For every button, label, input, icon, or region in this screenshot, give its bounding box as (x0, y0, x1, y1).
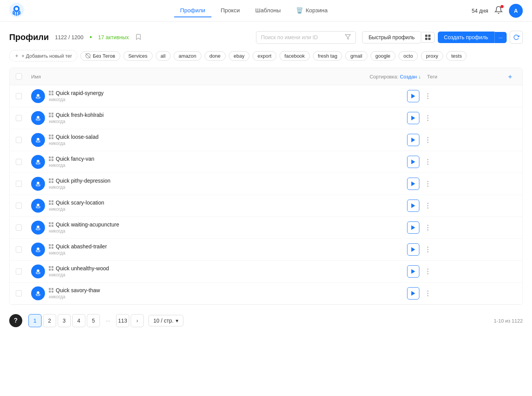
page-next-button[interactable]: › (131, 314, 144, 327)
row-actions-7 (407, 243, 433, 256)
row-checkbox-8[interactable] (16, 268, 31, 275)
svg-point-46 (427, 227, 429, 228)
tag-gmail[interactable]: gmail (345, 51, 367, 61)
row-checkbox-4[interactable] (16, 181, 31, 187)
row-name-3: Quick fancy-van (49, 156, 407, 162)
play-button-3[interactable] (407, 156, 419, 168)
bookmark-icon[interactable] (135, 33, 142, 42)
tag-amazon[interactable]: amazon (174, 51, 201, 61)
more-button-3[interactable] (422, 156, 433, 167)
help-button[interactable]: ? (9, 314, 22, 327)
tag-octo[interactable]: octo (399, 51, 418, 61)
tag-google[interactable]: google (371, 51, 396, 61)
search-input[interactable] (261, 34, 342, 40)
sort-field[interactable]: Создан (400, 74, 417, 80)
tag-export[interactable]: export (253, 51, 276, 61)
tag-no-tag[interactable]: Без Тегов (80, 51, 120, 61)
tags-row: ＋ + Добавить новый тег Без Тегов Service… (9, 50, 523, 62)
row-name-0: Quick rapid-synergy (49, 90, 407, 96)
row-checkbox-7[interactable] (16, 246, 31, 253)
page-1-button[interactable]: 1 (28, 314, 42, 327)
more-button-1[interactable] (422, 113, 433, 123)
slash-icon (85, 53, 91, 58)
svg-point-57 (427, 269, 429, 270)
svg-marker-32 (411, 181, 415, 186)
tag-fresh-tag[interactable]: fresh tag (313, 51, 342, 61)
page-2-button[interactable]: 2 (43, 314, 56, 327)
play-button-1[interactable] (407, 112, 419, 124)
more-button-8[interactable] (422, 266, 433, 277)
tag-tests[interactable]: tests (446, 51, 467, 61)
more-button-9[interactable] (422, 288, 433, 299)
user-avatar[interactable]: A (509, 4, 523, 18)
row-checkbox-2[interactable] (16, 137, 31, 143)
page-5-button[interactable]: 5 (87, 314, 100, 327)
tag-done[interactable]: done (204, 51, 226, 61)
create-profile-more-button[interactable]: ··· (494, 32, 507, 43)
play-button-4[interactable] (407, 178, 419, 190)
row-checkbox-0[interactable] (16, 93, 31, 99)
play-button-5[interactable] (407, 200, 419, 212)
more-button-2[interactable] (422, 135, 433, 145)
notifications-bell[interactable] (494, 6, 503, 15)
row-checkbox-6[interactable] (16, 225, 31, 231)
more-button-0[interactable] (422, 91, 433, 101)
tag-ebay[interactable]: ebay (229, 51, 249, 61)
tag-services[interactable]: Services (123, 51, 153, 61)
tag-all[interactable]: all (156, 51, 171, 61)
row-grid-icon-3 (49, 156, 53, 161)
svg-point-41 (427, 208, 429, 209)
page-113-button[interactable]: 113 (116, 314, 129, 327)
svg-point-19 (37, 138, 40, 141)
svg-marker-56 (411, 269, 415, 274)
nav-profiles[interactable]: Профили (174, 4, 211, 17)
table-header: Имя Сортировка: Создан ↓ Теги ＋ (10, 68, 522, 85)
play-button-9[interactable] (407, 287, 419, 299)
tag-proxy[interactable]: proxy (421, 51, 443, 61)
row-actions-5 (407, 200, 433, 212)
app-logo[interactable] (9, 3, 24, 18)
more-button-4[interactable] (422, 178, 433, 189)
row-checkbox-9[interactable] (16, 290, 31, 296)
svg-point-43 (37, 226, 40, 228)
play-button-8[interactable] (407, 265, 419, 278)
page-4-button[interactable]: 4 (72, 314, 85, 327)
play-button-2[interactable] (407, 134, 419, 146)
svg-point-40 (427, 205, 429, 206)
page-3-button[interactable]: 3 (58, 314, 71, 327)
more-button-5[interactable] (422, 200, 433, 211)
nav-basket[interactable]: 🗑️ Корзина (290, 4, 334, 18)
plus-icon: ＋ (14, 52, 19, 59)
more-button-7[interactable] (422, 244, 433, 255)
pagination: 1 2 3 4 5 ··· 113 › 10 / стр. ▾ (28, 308, 183, 333)
quick-profile-button[interactable]: Быстрый профиль (362, 31, 421, 43)
row-grid-icon-7 (49, 244, 53, 249)
add-column-button[interactable]: ＋ (504, 72, 516, 81)
row-sub-7: никогда (49, 250, 407, 256)
table-row: Quick fresh-kohlrabi никогда (10, 107, 522, 129)
select-all-check[interactable] (16, 73, 31, 80)
filter-icon[interactable] (345, 34, 351, 41)
svg-point-31 (37, 182, 40, 185)
active-dot: • (90, 33, 92, 42)
nav-templates[interactable]: Шаблоны (249, 4, 287, 17)
tag-facebook[interactable]: facebook (279, 51, 310, 61)
play-button-7[interactable] (407, 243, 419, 256)
add-tag-button[interactable]: ＋ + Добавить новый тег (9, 50, 77, 62)
row-checkbox-1[interactable] (16, 115, 31, 121)
nav-proxy[interactable]: Прокси (214, 4, 246, 17)
grid-view-button[interactable] (421, 32, 435, 43)
row-checkbox-5[interactable] (16, 203, 31, 209)
row-checkbox-3[interactable] (16, 159, 31, 165)
row-sub-5: никогда (49, 206, 407, 212)
profile-rows: Quick rapid-synergy никогда (10, 85, 522, 304)
more-button-6[interactable] (422, 222, 433, 233)
sort-desc-icon[interactable]: ↓ (419, 74, 421, 80)
row-sub-2: никогда (49, 141, 407, 146)
play-button-6[interactable] (407, 221, 419, 234)
per-page-select[interactable]: 10 / стр. ▾ (148, 315, 183, 326)
play-button-0[interactable] (407, 90, 419, 102)
create-profile-button[interactable]: Создать профиль (438, 32, 494, 43)
refresh-button[interactable] (510, 31, 523, 44)
col-tags-header: Теги (427, 74, 504, 80)
